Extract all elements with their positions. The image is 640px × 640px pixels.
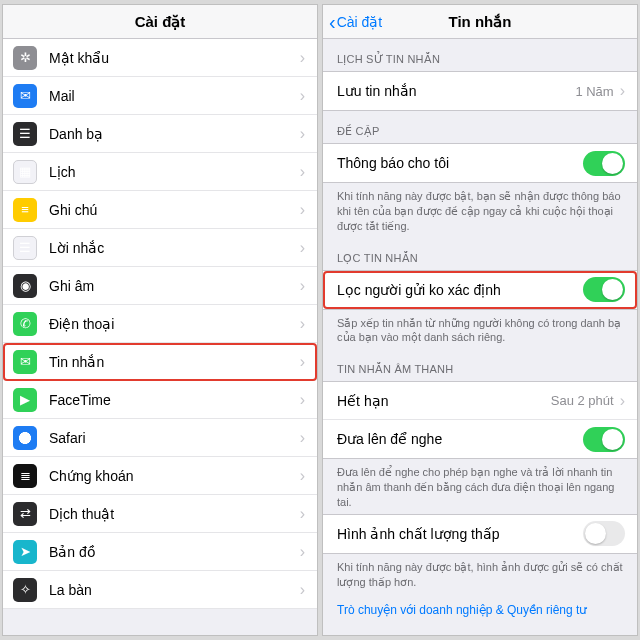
notes-icon: ≡ bbox=[13, 198, 37, 222]
chevron-right-icon: › bbox=[300, 239, 305, 257]
notify-me-label: Thông báo cho tôi bbox=[337, 155, 583, 171]
chevron-right-icon: › bbox=[300, 581, 305, 599]
chevron-right-icon: › bbox=[300, 467, 305, 485]
safari-icon: ✦ bbox=[13, 426, 37, 450]
settings-row-maps[interactable]: ➤Bản đồ› bbox=[3, 533, 317, 571]
section-header-mention: ĐỀ CẬP bbox=[323, 111, 637, 143]
settings-row-calendar[interactable]: ▦Lịch› bbox=[3, 153, 317, 191]
raise-listen-row: Đưa lên để nghe bbox=[323, 420, 637, 458]
low-quality-label: Hình ảnh chất lượng thấp bbox=[337, 526, 583, 542]
chevron-right-icon: › bbox=[300, 505, 305, 523]
chevron-right-icon: › bbox=[300, 353, 305, 371]
chevron-left-icon: ‹ bbox=[329, 15, 336, 29]
chevron-right-icon: › bbox=[300, 315, 305, 333]
calendar-icon: ▦ bbox=[13, 160, 37, 184]
row-label: Chứng khoán bbox=[49, 468, 300, 484]
settings-row-messages[interactable]: ✉Tin nhắn› bbox=[3, 343, 317, 381]
chevron-right-icon: › bbox=[620, 82, 625, 100]
row-label: La bàn bbox=[49, 582, 300, 598]
filter-unknown-row: Lọc người gửi ko xác định bbox=[323, 271, 637, 309]
voice-memos-icon: ◉ bbox=[13, 274, 37, 298]
row-label: Safari bbox=[49, 430, 300, 446]
chevron-right-icon: › bbox=[300, 125, 305, 143]
row-label: Mail bbox=[49, 88, 300, 104]
settings-row-facetime[interactable]: ▶FaceTime› bbox=[3, 381, 317, 419]
row-label: Lời nhắc bbox=[49, 240, 300, 256]
expire-row[interactable]: Hết hạn Sau 2 phút › bbox=[323, 382, 637, 420]
page-title: Cài đặt bbox=[135, 13, 186, 31]
low-quality-row: Hình ảnh chất lượng thấp bbox=[323, 515, 637, 553]
keep-messages-row[interactable]: Lưu tin nhắn 1 Năm › bbox=[323, 72, 637, 110]
raise-listen-toggle[interactable] bbox=[583, 427, 625, 452]
notify-me-toggle[interactable] bbox=[583, 151, 625, 176]
settings-row-contacts[interactable]: ☰Danh bạ› bbox=[3, 115, 317, 153]
translate-icon: ⇄ bbox=[13, 502, 37, 526]
section-header-history: LỊCH SỬ TIN NHẮN bbox=[323, 39, 637, 71]
stocks-icon: ≣ bbox=[13, 464, 37, 488]
settings-row-safari[interactable]: ✦Safari› bbox=[3, 419, 317, 457]
row-label: Bản đồ bbox=[49, 544, 300, 560]
chevron-right-icon: › bbox=[300, 277, 305, 295]
row-label: Ghi chú bbox=[49, 202, 300, 218]
notify-me-row: Thông báo cho tôi bbox=[323, 144, 637, 182]
back-button[interactable]: ‹ Cài đặt bbox=[329, 14, 382, 30]
low-quality-footer: Khi tính năng này được bật, hình ảnh đượ… bbox=[323, 554, 637, 594]
row-label: Dịch thuật bbox=[49, 506, 300, 522]
expire-label: Hết hạn bbox=[337, 393, 551, 409]
settings-row-key[interactable]: ✲Mật khẩu› bbox=[3, 39, 317, 77]
back-label: Cài đặt bbox=[337, 14, 383, 30]
low-quality-toggle[interactable] bbox=[583, 521, 625, 546]
maps-icon: ➤ bbox=[13, 540, 37, 564]
compass-icon: ✧ bbox=[13, 578, 37, 602]
section-header-filter: LỌC TIN NHẮN bbox=[323, 238, 637, 270]
row-label: FaceTime bbox=[49, 392, 300, 408]
reminders-icon: ☰ bbox=[13, 236, 37, 260]
settings-row-translate[interactable]: ⇄Dịch thuật› bbox=[3, 495, 317, 533]
raise-listen-footer: Đưa lên để nghe cho phép bạn nghe và trả… bbox=[323, 459, 637, 514]
settings-row-stocks[interactable]: ≣Chứng khoán› bbox=[3, 457, 317, 495]
notify-me-footer: Khi tính năng này được bật, bạn sẽ nhận … bbox=[323, 183, 637, 238]
chevron-right-icon: › bbox=[300, 163, 305, 181]
settings-row-phone[interactable]: ✆Điện thoại› bbox=[3, 305, 317, 343]
expire-value: Sau 2 phút bbox=[551, 393, 614, 408]
section-header-audio: TIN NHẮN ÂM THANH bbox=[323, 349, 637, 381]
settings-list: ✲Mật khẩu›✉Mail›☰Danh bạ›▦Lịch›≡Ghi chú›… bbox=[3, 39, 317, 609]
settings-row-compass[interactable]: ✧La bàn› bbox=[3, 571, 317, 609]
business-privacy-link[interactable]: Trò chuyện với doanh nghiệp & Quyền riên… bbox=[323, 593, 637, 627]
filter-unknown-footer: Sắp xếp tin nhắn từ những người không có… bbox=[323, 310, 637, 350]
chevron-right-icon: › bbox=[300, 87, 305, 105]
settings-row-mail[interactable]: ✉Mail› bbox=[3, 77, 317, 115]
settings-row-notes[interactable]: ≡Ghi chú› bbox=[3, 191, 317, 229]
chevron-right-icon: › bbox=[300, 391, 305, 409]
filter-unknown-label: Lọc người gửi ko xác định bbox=[337, 282, 583, 298]
settings-screen: Cài đặt ✲Mật khẩu›✉Mail›☰Danh bạ›▦Lịch›≡… bbox=[2, 4, 318, 636]
row-label: Mật khẩu bbox=[49, 50, 300, 66]
chevron-right-icon: › bbox=[620, 392, 625, 410]
keep-messages-label: Lưu tin nhắn bbox=[337, 83, 575, 99]
chevron-right-icon: › bbox=[300, 49, 305, 67]
header: ‹ Cài đặt Tin nhắn bbox=[323, 5, 637, 39]
settings-row-reminders[interactable]: ☰Lời nhắc› bbox=[3, 229, 317, 267]
contacts-icon: ☰ bbox=[13, 122, 37, 146]
chevron-right-icon: › bbox=[300, 201, 305, 219]
phone-icon: ✆ bbox=[13, 312, 37, 336]
header: Cài đặt bbox=[3, 5, 317, 39]
page-title: Tin nhắn bbox=[449, 13, 512, 31]
mail-icon: ✉ bbox=[13, 84, 37, 108]
row-label: Điện thoại bbox=[49, 316, 300, 332]
chevron-right-icon: › bbox=[300, 543, 305, 561]
messages-icon: ✉ bbox=[13, 350, 37, 374]
facetime-icon: ▶ bbox=[13, 388, 37, 412]
chevron-right-icon: › bbox=[300, 429, 305, 447]
messages-settings-screen: ‹ Cài đặt Tin nhắn LỊCH SỬ TIN NHẮN Lưu … bbox=[322, 4, 638, 636]
key-icon: ✲ bbox=[13, 46, 37, 70]
row-label: Danh bạ bbox=[49, 126, 300, 142]
keep-messages-value: 1 Năm bbox=[575, 84, 613, 99]
filter-unknown-toggle[interactable] bbox=[583, 277, 625, 302]
row-label: Ghi âm bbox=[49, 278, 300, 294]
row-label: Tin nhắn bbox=[49, 354, 300, 370]
row-label: Lịch bbox=[49, 164, 300, 180]
raise-listen-label: Đưa lên để nghe bbox=[337, 431, 583, 447]
settings-row-voice-memos[interactable]: ◉Ghi âm› bbox=[3, 267, 317, 305]
